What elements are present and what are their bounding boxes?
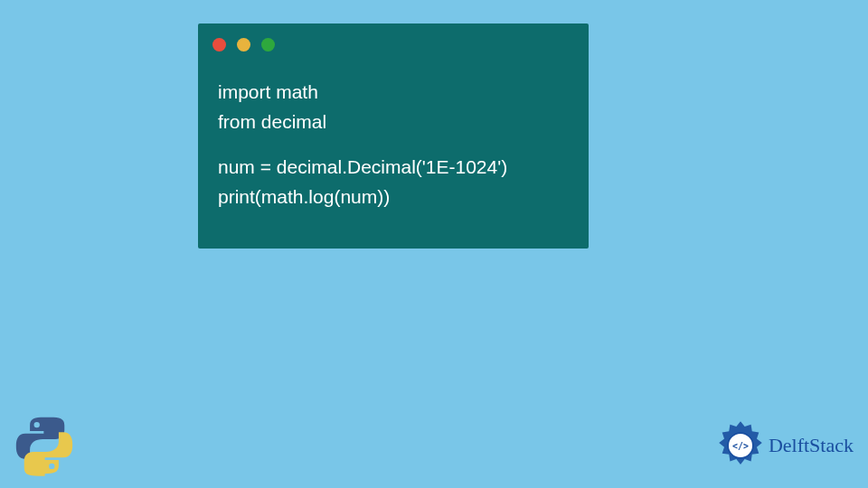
- code-line: num = decimal.Decimal('1E-1024'): [218, 153, 507, 183]
- maximize-dot-icon: [261, 38, 275, 52]
- close-dot-icon: [212, 38, 226, 52]
- minimize-dot-icon: [237, 38, 250, 52]
- code-line: import math: [218, 78, 507, 108]
- delftstack-logo: </> DelftStack: [714, 419, 854, 472]
- delftstack-badge-icon: </>: [714, 419, 767, 472]
- python-logo-icon: [13, 414, 76, 477]
- code-line: print(math.log(num)): [218, 183, 507, 212]
- svg-text:</>: </>: [732, 441, 749, 451]
- code-block: import math from decimal num = decimal.D…: [218, 78, 507, 211]
- delftstack-name: DelftStack: [769, 434, 854, 457]
- window-controls: [212, 38, 275, 52]
- code-window: import math from decimal num = decimal.D…: [198, 23, 589, 249]
- code-line: from decimal: [218, 108, 507, 137]
